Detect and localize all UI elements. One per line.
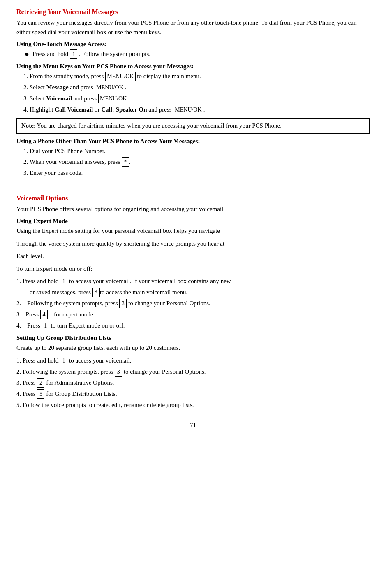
group-dist-heading: Setting Up Group Distribution Lists: [16, 335, 370, 342]
note-box: Note: You are charged for airtime minute…: [16, 118, 370, 134]
key-menuok-2: MENU/OK: [95, 83, 125, 92]
key-1-expert2: 1: [42, 321, 49, 330]
group-dist-steps-list: 1. Press and hold 1 to access your voice…: [16, 356, 370, 410]
key-menuok-3: MENU/OK: [98, 94, 128, 103]
key-4-expert: 4: [40, 310, 48, 319]
phone-other-step-2: When your voicemail answers, press *.: [30, 157, 370, 167]
phone-other-list: Dial your PCS Phone Number. When your vo…: [30, 146, 370, 178]
page-title: Retrieving Your Voicemail Messages: [16, 8, 370, 16]
expert-body-4: To turn Expert mode on or off:: [16, 264, 370, 274]
key-2-group: 2: [37, 378, 44, 388]
key-star-1: *: [122, 157, 129, 167]
key-1-expert: 1: [60, 277, 67, 286]
voicemail-options-intro: Your PCS Phone offers several options fo…: [16, 205, 370, 214]
expert-mode-heading: Using Expert Mode: [16, 218, 370, 225]
expert-step-1-indent: or saved messages, press *to access the …: [30, 288, 370, 297]
page-number: 71: [16, 422, 370, 429]
one-touch-heading: Using One-Touch Message Access:: [16, 41, 370, 48]
menu-step-4: Highlight Call Voicemail or Call: Speake…: [30, 105, 370, 114]
key-3-expert: 3: [119, 299, 127, 308]
expert-body-3: Each level.: [16, 251, 370, 261]
key-menuok-4: MENU/OK: [173, 105, 203, 114]
key-star-2: *: [92, 288, 100, 297]
bullet-dot: ●: [25, 49, 29, 59]
expert-body-1: Using the Expert mode setting for your p…: [16, 226, 370, 236]
group-step-2: 2. Following the system prompts, press 3…: [16, 367, 370, 377]
group-step-1: 1. Press and hold 1 to access your voice…: [16, 356, 370, 365]
phone-other-step-3: Enter your pass code.: [30, 168, 370, 178]
menu-step-3: Select Voicemail and press MENU/OK.: [30, 94, 370, 103]
note-label: Note: [21, 122, 34, 129]
key-1: 1: [70, 49, 77, 59]
one-touch-bullet-item: ● Press and hold 1 . Follow the system p…: [25, 49, 370, 59]
phone-other-heading: Using a Phone Other Than Your PCS Phone …: [16, 138, 370, 145]
expert-body-2: Through the voice system more quickly by…: [16, 239, 370, 249]
key-3-group: 3: [115, 367, 122, 377]
one-touch-text: Press and hold 1 . Follow the system pro…: [32, 49, 150, 59]
menu-step-1: From the standby mode, press MENU/OK to …: [30, 72, 370, 81]
expert-step-1: 1. Press and hold 1 to access your voice…: [16, 277, 370, 286]
menu-step-2: Select Message and press MENU/OK.: [30, 83, 370, 92]
note-text: : You are charged for airtime minutes wh…: [34, 122, 282, 129]
group-dist-intro: Create up to 20 separate group lists, ea…: [16, 343, 370, 353]
group-step-4: 4. Press 5 for Group Distribution Lists.: [16, 389, 370, 399]
group-step-5: 5. Follow the voice prompts to create, e…: [16, 400, 370, 410]
menu-keys-list: From the standby mode, press MENU/OK to …: [30, 72, 370, 114]
voicemail-options-title: Voicemail Options: [16, 195, 370, 202]
key-5-group: 5: [37, 389, 44, 399]
expert-step-4: 4. Press 1 to turn Expert mode on or off…: [16, 321, 370, 330]
group-step-3: 3. Press 2 for Administrative Options.: [16, 378, 370, 388]
intro-text: You can review your messages directly fr…: [16, 18, 370, 37]
expert-step-3: 3. Press 4 for expert mode.: [16, 310, 370, 319]
expert-step-2: 2. Following the system prompts, press 3…: [16, 299, 370, 308]
expert-steps-list: 1. Press and hold 1 to access your voice…: [16, 277, 370, 330]
menu-keys-heading: Using the Menu Keys on Your PCS Phone to…: [16, 63, 370, 70]
key-1-group: 1: [60, 356, 67, 365]
phone-other-step-1: Dial your PCS Phone Number.: [30, 146, 370, 156]
key-menuok-1: MENU/OK: [105, 72, 135, 81]
